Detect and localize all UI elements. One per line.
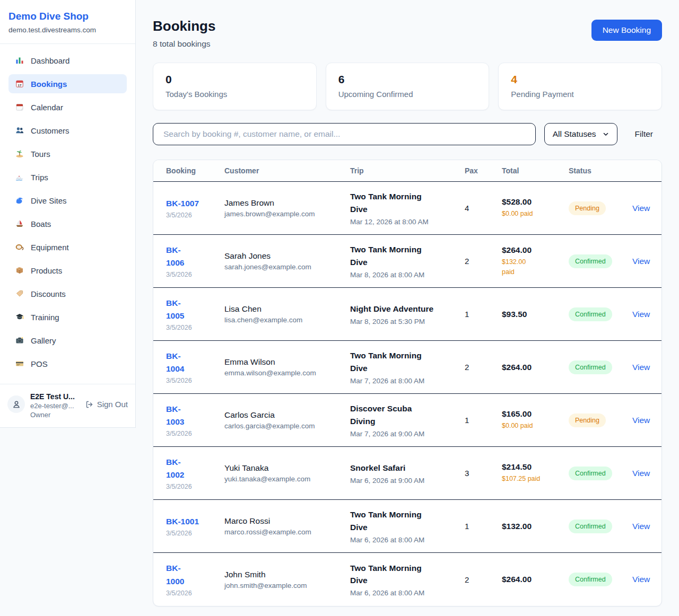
sidebar-item-label: Gallery <box>31 336 56 345</box>
paid-amount: $0.00 paid <box>502 209 561 218</box>
sidebar-item-dive-sites[interactable]: Dive Sites <box>8 191 127 210</box>
view-link[interactable]: View <box>632 257 650 266</box>
booking-date: 3/5/2026 <box>166 324 217 331</box>
customer-email: marco.rossi@example.com <box>224 528 343 536</box>
sidebar-item-products[interactable]: Products <box>8 261 127 280</box>
booking-date: 3/5/2026 <box>166 530 217 537</box>
view-link[interactable]: View <box>632 575 650 584</box>
sign-out-label: Sign Out <box>97 400 128 409</box>
trip-datetime: Mar 6, 2026 at 8:00 AM <box>350 536 457 544</box>
trip-datetime: Mar 8, 2026 at 8:00 AM <box>350 271 457 279</box>
pax-count: 1 <box>465 522 502 531</box>
sailboat-icon <box>15 219 24 228</box>
sidebar-item-gallery[interactable]: Gallery <box>8 331 127 350</box>
pax-count: 1 <box>465 310 502 319</box>
view-link[interactable]: View <box>632 204 650 213</box>
sidebar-item-boats[interactable]: Boats <box>8 214 127 233</box>
status-badge: Confirmed <box>569 467 612 480</box>
sidebar-item-tours[interactable]: Tours <box>8 144 127 163</box>
booking-id-link[interactable]: BK- 1006 <box>166 244 217 269</box>
sidebar-item-label: Customers <box>31 126 69 135</box>
sidebar-item-label: Boats <box>31 219 51 228</box>
shop-domain: demo.test.divestreams.com <box>8 26 127 34</box>
package-icon <box>15 266 24 275</box>
sidebar-item-discounts[interactable]: Discounts <box>8 284 127 303</box>
people-icon <box>15 126 24 135</box>
total-amount: $93.50 <box>502 310 561 319</box>
stat-card-pending-payment: 4 Pending Payment <box>498 63 662 110</box>
status-badge: Confirmed <box>569 254 612 268</box>
page-title: Bookings <box>153 18 215 34</box>
sidebar-item-pos[interactable]: POS <box>8 354 127 373</box>
sidebar-item-customers[interactable]: Customers <box>8 121 127 140</box>
pax-count: 4 <box>465 204 502 213</box>
column-header-booking: Booking <box>166 166 224 175</box>
new-booking-button[interactable]: New Booking <box>591 20 662 41</box>
view-link[interactable]: View <box>632 416 650 425</box>
main-content: Bookings 8 total bookings New Booking 0 … <box>136 0 679 606</box>
search-input[interactable] <box>153 123 536 145</box>
trip-datetime: Mar 7, 2026 at 9:00 AM <box>350 430 457 438</box>
booking-id-link[interactable]: BK-1001 <box>166 515 217 528</box>
sidebar-item-label: Equipment <box>31 243 69 252</box>
sidebar-item-bookings[interactable]: 17Bookings <box>8 74 127 93</box>
chevron-down-icon <box>603 131 609 137</box>
trip-datetime: Mar 12, 2026 at 8:00 AM <box>350 218 457 226</box>
view-link[interactable]: View <box>632 363 650 372</box>
user-name: E2E Test U... <box>30 392 80 401</box>
camera-icon <box>15 336 24 345</box>
booking-id-link[interactable]: BK- 1003 <box>166 403 217 428</box>
trip-name: Snorkel Safari <box>350 462 457 474</box>
dive-mask-icon <box>15 243 24 252</box>
sidebar-item-calendar[interactable]: Calendar <box>8 98 127 117</box>
booking-id-link[interactable]: BK- 1005 <box>166 297 217 322</box>
sidebar-item-dashboard[interactable]: Dashboard <box>8 51 127 70</box>
sidebar-item-trips[interactable]: Trips <box>8 168 127 187</box>
filter-button[interactable]: Filter <box>626 129 662 139</box>
status-filter-select[interactable]: All Statuses <box>544 123 617 145</box>
booking-id-link[interactable]: BK- 1000 <box>166 562 217 587</box>
table-row: BK- 10023/5/2026Yuki Tanakayuki.tanaka@e… <box>153 447 661 500</box>
paid-amount: $107.25 paid <box>502 474 561 483</box>
booking-id-link[interactable]: BK-1007 <box>166 197 217 210</box>
customer-name: John Smith <box>224 570 343 579</box>
booking-date: 3/5/2026 <box>166 430 217 437</box>
sidebar-nav: Dashboard17BookingsCalendarCustomersTour… <box>0 44 135 384</box>
trip-name: Two Tank Morning Dive <box>350 243 457 268</box>
trip-name: Discover Scuba Diving <box>350 402 457 427</box>
view-link[interactable]: View <box>632 310 650 319</box>
stat-label: Today's Bookings <box>166 90 304 99</box>
customer-name: Lisa Chen <box>224 304 343 314</box>
booking-date: 3/5/2026 <box>166 589 217 597</box>
customer-email: carlos.garcia@example.com <box>224 422 343 430</box>
filter-row: All Statuses Filter <box>153 123 662 145</box>
customer-email: john.smith@example.com <box>224 582 343 589</box>
sidebar-item-equipment[interactable]: Equipment <box>8 237 127 257</box>
sidebar-item-label: Bookings <box>31 80 67 89</box>
sign-out-button[interactable]: Sign Out <box>85 400 128 409</box>
view-link[interactable]: View <box>632 522 650 531</box>
sidebar-item-training[interactable]: Training <box>8 307 127 327</box>
trip-name: Two Tank Morning Dive <box>350 349 457 374</box>
status-badge: Pending <box>569 201 606 215</box>
trip-name: Night Dive Adventure <box>350 303 457 315</box>
booking-id-link[interactable]: BK- 1004 <box>166 350 217 375</box>
booking-id-link[interactable]: BK- 1002 <box>166 456 217 481</box>
booking-date: 3/5/2026 <box>166 271 217 278</box>
view-link[interactable]: View <box>632 469 650 478</box>
booking-date: 3/5/2026 <box>166 377 217 384</box>
customer-email: yuki.tanaka@example.com <box>224 475 343 483</box>
status-badge: Confirmed <box>569 573 612 586</box>
trip-name: Two Tank Morning Dive <box>350 508 457 533</box>
stat-label: Upcoming Confirmed <box>338 90 477 99</box>
page-header: Bookings 8 total bookings New Booking <box>153 18 662 49</box>
svg-text:17: 17 <box>18 83 21 87</box>
stat-label: Pending Payment <box>511 90 649 99</box>
status-badge: Confirmed <box>569 360 612 374</box>
island-icon <box>15 149 24 159</box>
sidebar-item-label: Dive Sites <box>31 196 67 205</box>
wave-icon <box>15 196 24 205</box>
tag-icon <box>15 289 24 298</box>
column-header-trip: Trip <box>350 166 465 175</box>
stat-card-todays-bookings: 0 Today's Bookings <box>153 63 317 110</box>
